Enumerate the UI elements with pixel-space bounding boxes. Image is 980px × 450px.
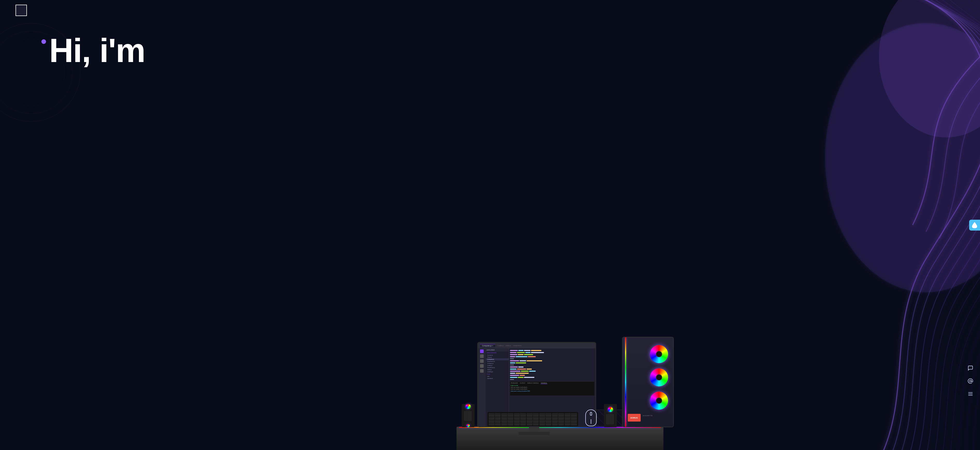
key-45 xyxy=(508,422,514,425)
code-line-9 xyxy=(510,366,594,368)
key-26 xyxy=(565,416,571,419)
code-line-2 xyxy=(510,352,594,353)
terminal-panel: PROBLEMS OUTPUT DEBUG CONSOLE TERMINAL $… xyxy=(510,381,594,396)
hero-heading-wrapper: Hi, i'm xyxy=(41,33,145,67)
output-tab: OUTPUT xyxy=(520,382,525,384)
key-44 xyxy=(501,422,507,425)
code-line-13 xyxy=(510,374,594,376)
explorer-title: EXPLORER xyxy=(486,349,509,352)
keyboard: // Generate keyboard keys const keyboard… xyxy=(488,412,578,426)
menu-side-icon[interactable] xyxy=(966,390,975,398)
key-28 xyxy=(488,419,495,422)
key-9 xyxy=(546,413,551,416)
folder-utils: utils xyxy=(486,375,509,377)
speaker-left-grille xyxy=(464,411,472,421)
key-40 xyxy=(565,419,571,422)
key-18 xyxy=(514,416,520,419)
file-contacts: Contacts.js xyxy=(486,362,509,364)
key-21 xyxy=(533,416,539,419)
terminal-tab: TERMINAL xyxy=(541,382,547,384)
search-sidebar-icon xyxy=(480,354,484,358)
speaker-right-rgb xyxy=(608,407,613,412)
code-line-7 xyxy=(510,362,594,364)
key-38 xyxy=(552,419,558,422)
key-24 xyxy=(552,416,558,419)
key-32 xyxy=(514,419,520,422)
file-loader: Loader.js xyxy=(486,364,509,366)
water-drop-button[interactable] xyxy=(969,220,980,231)
key-22 xyxy=(539,416,545,419)
key-11 xyxy=(558,413,564,416)
key-8 xyxy=(539,413,545,416)
file-loadin2: Loading.js xyxy=(486,371,509,373)
key-10 xyxy=(552,413,558,416)
key-1 xyxy=(495,413,501,416)
debug-icon xyxy=(480,364,484,368)
nav-logo[interactable] xyxy=(16,5,30,16)
speaker-left-rgb xyxy=(466,404,471,409)
key-0 xyxy=(488,413,495,416)
problems-tab: PROBLEMS xyxy=(511,382,518,384)
pc-fan-top xyxy=(650,345,668,363)
key-12 xyxy=(565,413,571,416)
file-planerooad: PlaneRoad.js xyxy=(486,366,509,369)
key-14 xyxy=(488,416,495,419)
file-experience: Experience.js xyxy=(486,360,509,362)
key-50 xyxy=(539,422,545,425)
hero-content: Hi, i'm xyxy=(0,26,145,69)
file-canvas: Canvas.js xyxy=(486,354,509,356)
at-side-icon[interactable] xyxy=(966,377,975,385)
key-4 xyxy=(514,413,520,416)
hero-greeting: Hi, i'm xyxy=(49,32,145,69)
file-three: Three.js xyxy=(486,356,509,358)
key-47 xyxy=(520,422,526,425)
speaker-right-grille xyxy=(606,414,614,425)
pc-rgb-strip xyxy=(625,337,626,427)
key-49 xyxy=(533,422,539,425)
pc-gigabyte-label: GIGABYTE xyxy=(643,415,653,417)
pc-fan-middle xyxy=(650,368,668,387)
code-line-12 xyxy=(510,372,594,374)
key-34 xyxy=(527,419,533,422)
key-31 xyxy=(508,419,514,422)
mouse xyxy=(585,409,597,426)
key-30 xyxy=(501,419,507,422)
key-23 xyxy=(546,416,551,419)
extensions-icon xyxy=(480,369,484,373)
code-line-6 xyxy=(510,360,594,361)
key-39 xyxy=(558,419,564,422)
key-37 xyxy=(546,419,551,422)
key-35 xyxy=(533,419,539,422)
key-25 xyxy=(558,416,564,419)
key-42 xyxy=(488,422,495,425)
key-48 xyxy=(527,422,533,425)
key-19 xyxy=(520,416,526,419)
desk xyxy=(457,427,663,450)
chat-side-icon[interactable] xyxy=(966,364,975,372)
mouse-divider xyxy=(591,419,591,424)
pc-fan-bottom xyxy=(650,391,668,410)
monitor-base xyxy=(519,432,550,435)
key-5 xyxy=(520,413,526,416)
code-line-10 xyxy=(510,368,594,370)
key-54 xyxy=(565,422,571,425)
navbar xyxy=(0,0,980,21)
vscode-tab: Computer.js × xyxy=(480,344,495,347)
code-line-11 xyxy=(510,370,594,372)
key-29 xyxy=(495,419,501,422)
git-icon xyxy=(480,359,484,363)
purple-dot-accent xyxy=(41,39,46,44)
speaker-left-rgb-bottom xyxy=(466,424,470,427)
svg-point-5 xyxy=(969,380,971,382)
src-label: ▼ src xyxy=(486,373,509,375)
pc-tower: AORUS GIGABYTE xyxy=(622,337,674,427)
key-27 xyxy=(571,416,577,419)
folder-standards: standards xyxy=(486,377,509,379)
terminal-content: $ npm run dev [vite] npm update /my/loca… xyxy=(511,385,593,392)
hero-illustration: Computer.js × Loader.js index.js compone… xyxy=(444,300,676,450)
key-16 xyxy=(501,416,507,419)
key-51 xyxy=(546,422,551,425)
key-46 xyxy=(514,422,520,425)
code-line-15 xyxy=(510,379,594,380)
key-52 xyxy=(552,422,558,425)
